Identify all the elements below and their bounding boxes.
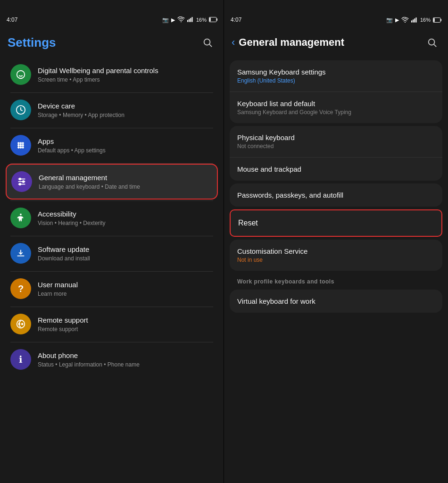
- svg-point-25: [19, 178, 21, 180]
- passwords-title: Passwords, passkeys, and autofill: [237, 191, 435, 199]
- software-update-text: Software update Download and install: [38, 245, 213, 262]
- search-button-right[interactable]: [423, 34, 440, 51]
- setting-item-apps[interactable]: Apps Default apps • App settings: [6, 128, 218, 162]
- passwords-item[interactable]: Passwords, passkeys, and autofill: [230, 183, 442, 207]
- svg-point-14: [20, 142, 22, 144]
- apps-subtitle: Default apps • App settings: [38, 147, 213, 154]
- samsung-keyboard-item[interactable]: Samsung Keyboard settings English (Unite…: [230, 60, 442, 92]
- time-left: 4:07: [7, 17, 17, 23]
- customisation-subtitle: Not in use: [237, 257, 435, 263]
- status-icons-right: 4:07: [231, 17, 241, 23]
- wifi-icon-right: [401, 17, 409, 23]
- svg-point-0: [181, 21, 182, 22]
- virtual-keyboard-group: Virtual keyboard for work: [230, 290, 442, 313]
- setting-item-device-care[interactable]: Device care Storage • Memory • App prote…: [6, 93, 218, 127]
- status-bar-right: 4:07 📷 ▶ 16%: [224, 13, 448, 26]
- accessibility-icon: [10, 208, 31, 228]
- play-icon: ▶: [171, 17, 175, 23]
- digital-wellbeing-title: Digital Wellbeing and parental controls: [38, 66, 213, 75]
- device-care-icon: [10, 100, 31, 120]
- general-management-icon: [11, 171, 32, 192]
- svg-rect-33: [413, 19, 414, 22]
- play-icon-right: ▶: [395, 17, 399, 23]
- digital-wellbeing-subtitle: Screen time • App timers: [38, 76, 213, 83]
- svg-rect-7: [209, 17, 210, 21]
- physical-keyboard-item[interactable]: Physical keyboard Not connected: [230, 126, 442, 157]
- general-management-subtitle: Language and keyboard • Date and time: [39, 183, 212, 190]
- customisation-item[interactable]: Customisation Service Not in use: [230, 240, 442, 271]
- svg-point-18: [22, 144, 24, 147]
- samsung-keyboard-subtitle: English (United States): [237, 77, 435, 84]
- status-icons-right-group: 📷 ▶ 16%: [386, 17, 441, 23]
- about-phone-icon: ℹ: [10, 349, 31, 370]
- right-panel-content: Samsung Keyboard settings English (Unite…: [224, 56, 448, 483]
- apps-title: Apps: [38, 137, 213, 146]
- device-care-subtitle: Storage • Memory • App protection: [38, 112, 213, 118]
- camera-icon-right: 📷: [386, 17, 393, 23]
- mouse-trackpad-title: Mouse and trackpad: [237, 165, 435, 173]
- digital-wellbeing-icon: [10, 64, 31, 85]
- keyboard-list-subtitle: Samsung Keyboard and Google Voice Typing: [237, 109, 435, 116]
- setting-item-about-phone[interactable]: ℹ About phone Status • Legal information…: [6, 342, 218, 376]
- search-icon-right: [427, 37, 437, 48]
- passwords-group: Passwords, passkeys, and autofill: [230, 183, 442, 207]
- back-button[interactable]: ‹: [232, 36, 235, 49]
- virtual-keyboard-title: Virtual keyboard for work: [237, 297, 435, 305]
- signal-icon: [187, 17, 194, 23]
- svg-rect-2: [189, 19, 190, 22]
- setting-item-general-management[interactable]: General management Language and keyboard…: [6, 164, 218, 200]
- left-header: Settings: [0, 26, 224, 56]
- svg-point-28: [20, 214, 22, 216]
- setting-item-digital-wellbeing[interactable]: Digital Wellbeing and parental controls …: [6, 58, 218, 92]
- right-panel: 4:07 📷 ▶ 16% ‹ General management S: [224, 0, 448, 483]
- keyboard-list-item[interactable]: Keyboard list and default Samsung Keyboa…: [230, 92, 442, 123]
- customisation-group: Customisation Service Not in use: [230, 240, 442, 271]
- remote-support-subtitle: Remote support: [38, 326, 213, 333]
- svg-rect-4: [191, 17, 192, 22]
- svg-point-15: [22, 142, 24, 144]
- left-panel: 4:07 📷 ▶ 16% Settings: [0, 0, 224, 483]
- accessibility-title: Accessibility: [38, 209, 213, 219]
- device-care-title: Device care: [38, 101, 213, 111]
- svg-point-20: [20, 146, 22, 149]
- svg-point-21: [22, 146, 24, 149]
- setting-item-accessibility[interactable]: Accessibility Vision • Hearing • Dexteri…: [6, 201, 218, 235]
- virtual-keyboard-item[interactable]: Virtual keyboard for work: [230, 290, 442, 313]
- wifi-icon: [177, 17, 185, 23]
- settings-title: Settings: [8, 35, 56, 50]
- user-manual-title: User manual: [38, 280, 213, 290]
- keyboard-list-title: Keyboard list and default: [237, 100, 435, 108]
- signal-icon-right: [411, 17, 418, 23]
- battery-right: 16%: [420, 17, 431, 23]
- svg-rect-38: [433, 18, 434, 22]
- keyboard-group: Samsung Keyboard settings English (Unite…: [230, 60, 442, 123]
- accessibility-text: Accessibility Vision • Hearing • Dexteri…: [38, 209, 213, 226]
- accessibility-subtitle: Vision • Hearing • Dexterity: [38, 220, 213, 226]
- work-profile-section-label: Work profile keyboards and tools: [224, 274, 448, 287]
- user-manual-subtitle: Learn more: [38, 291, 213, 297]
- battery-icon-left: [209, 17, 217, 23]
- user-manual-text: User manual Learn more: [38, 280, 213, 297]
- general-management-text: General management Language and keyboard…: [39, 173, 212, 190]
- status-icons-left: 📷 ▶ 16%: [162, 17, 217, 23]
- software-update-subtitle: Download and install: [38, 255, 213, 262]
- svg-point-26: [23, 181, 25, 183]
- setting-item-remote-support[interactable]: Remote support Remote support: [6, 307, 218, 341]
- general-management-page-title: General management: [239, 36, 344, 49]
- search-icon-left: [202, 37, 213, 48]
- mouse-trackpad-item[interactable]: Mouse and trackpad: [230, 158, 442, 181]
- svg-rect-32: [411, 20, 412, 22]
- battery-left: 16%: [196, 17, 207, 23]
- remote-support-title: Remote support: [38, 316, 213, 325]
- svg-point-16: [17, 144, 20, 147]
- reset-item[interactable]: Reset: [230, 209, 442, 237]
- setting-item-software-update[interactable]: Software update Download and install: [6, 236, 218, 270]
- time-right: 4:07: [231, 17, 241, 23]
- right-header: ‹ General management: [224, 26, 448, 56]
- svg-rect-6: [216, 18, 217, 21]
- setting-item-user-manual[interactable]: ? User manual Learn more: [6, 272, 218, 306]
- physical-group: Physical keyboard Not connected Mouse an…: [230, 126, 442, 181]
- search-button-left[interactable]: [199, 34, 216, 51]
- remote-support-text: Remote support Remote support: [38, 316, 213, 333]
- status-bar-left: 4:07 📷 ▶ 16%: [0, 13, 224, 26]
